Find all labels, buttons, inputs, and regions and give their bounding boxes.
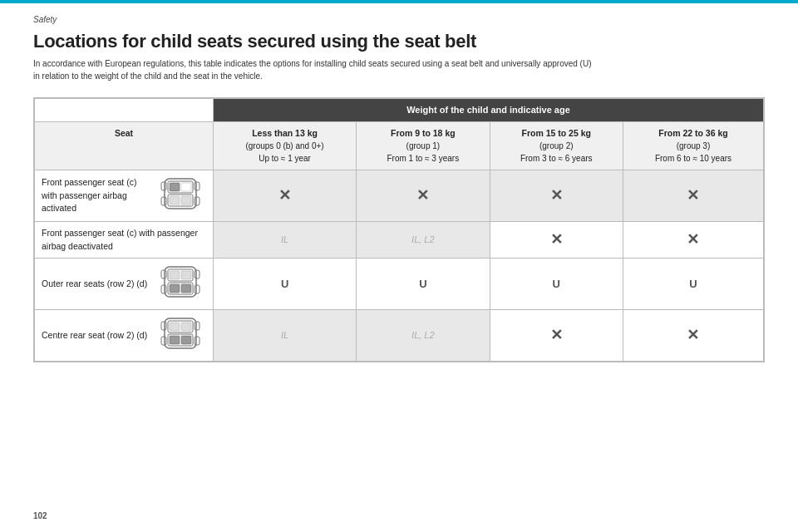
svg-rect-32 — [181, 336, 191, 344]
svg-rect-10 — [181, 196, 191, 204]
svg-rect-16 — [161, 285, 166, 293]
col2-header: From 9 to 18 kg (group 1) From 1 to ≈ 3 … — [357, 122, 490, 170]
table-row: Front passenger seat (c) with passenger … — [35, 221, 764, 259]
data-cell-col2: IL, L2 — [357, 221, 490, 259]
seat-cell: Front passenger seat (c) with passenger … — [35, 221, 214, 259]
rear-seat-icon — [156, 315, 206, 356]
il-symbol: IL — [281, 330, 288, 340]
x-symbol: ✕ — [550, 231, 563, 248]
x-symbol: ✕ — [416, 187, 429, 204]
svg-rect-8 — [181, 183, 191, 191]
data-cell-col3: ✕ — [490, 170, 623, 222]
x-symbol: ✕ — [687, 231, 699, 248]
data-cell-col1: ✕ — [214, 170, 357, 222]
col3-header: From 15 to 25 kg (group 2) From 3 to ≈ 6… — [490, 122, 623, 170]
main-table-wrapper: Weight of the child and indicative age S… — [33, 97, 765, 362]
data-cell-col1: U — [214, 259, 357, 310]
u-symbol: U — [419, 278, 426, 290]
front-seat-icon — [156, 175, 206, 216]
seat-col-header: Seat — [35, 122, 214, 170]
u-symbol: U — [281, 278, 288, 290]
col4-header: From 22 to 36 kg (group 3) From 6 to ≈ 1… — [623, 122, 763, 170]
data-cell-col3: ✕ — [490, 221, 623, 259]
svg-rect-7 — [170, 183, 180, 191]
data-cell-col3: U — [490, 259, 623, 310]
table-row: Outer rear seats (row 2) (d) UUUU — [35, 259, 764, 310]
il-symbol: IL — [281, 234, 288, 244]
seat-name: Front passenger seat (c) with passenger … — [42, 227, 206, 254]
section-label: Safety — [33, 15, 765, 24]
il-symbol: IL, L2 — [411, 234, 435, 244]
x-symbol: ✕ — [550, 187, 563, 204]
svg-rect-20 — [170, 284, 180, 293]
data-cell-col4: U — [623, 259, 763, 310]
table-row: Front passenger seat (c) with passenger … — [35, 170, 764, 222]
table-row: Centre rear seat (row 2) (d) ILIL, L2✕✕ — [35, 310, 764, 362]
data-cell-col4: ✕ — [623, 310, 763, 362]
data-cell-col4: ✕ — [623, 170, 763, 222]
svg-rect-27 — [161, 337, 166, 345]
il-symbol: IL, L2 — [411, 330, 435, 340]
seat-cell: Centre rear seat (row 2) (d) — [35, 310, 214, 362]
svg-rect-11 — [165, 267, 196, 297]
svg-rect-3 — [161, 182, 166, 190]
svg-rect-21 — [181, 284, 191, 293]
data-cell-col2: IL, L2 — [357, 310, 490, 362]
page-subtitle: In accordance with European regulations,… — [33, 57, 765, 82]
seat-cell: Outer rear seats (row 2) (d) — [35, 259, 214, 310]
seat-col-header-blank — [35, 99, 214, 122]
seat-cell: Front passenger seat (c) with passenger … — [35, 170, 214, 222]
x-symbol: ✕ — [278, 187, 291, 204]
svg-rect-0 — [165, 179, 196, 209]
svg-rect-30 — [181, 323, 191, 331]
rear-seat-icon — [156, 264, 206, 304]
data-cell-col2: ✕ — [357, 170, 490, 222]
svg-rect-5 — [161, 197, 166, 205]
child-seats-table: Weight of the child and indicative age S… — [34, 98, 764, 362]
x-symbol: ✕ — [687, 327, 699, 343]
data-cell-col1: IL — [214, 310, 357, 362]
u-symbol: U — [689, 278, 697, 290]
svg-rect-17 — [195, 285, 200, 293]
svg-rect-22 — [165, 318, 196, 348]
svg-rect-18 — [170, 271, 180, 279]
svg-rect-19 — [181, 271, 191, 279]
svg-rect-28 — [195, 337, 200, 345]
svg-rect-9 — [170, 196, 180, 204]
weight-header: Weight of the child and indicative age — [214, 99, 764, 122]
seat-name: Centre rear seat (row 2) (d) — [42, 329, 156, 342]
u-symbol: U — [553, 278, 560, 290]
x-symbol: ✕ — [550, 327, 563, 343]
svg-rect-26 — [195, 322, 200, 330]
page-number: 102 — [33, 511, 47, 520]
svg-rect-6 — [195, 197, 200, 205]
svg-rect-25 — [161, 322, 166, 330]
seat-name: Outer rear seats (row 2) (d) — [42, 278, 156, 291]
top-bar — [0, 0, 798, 3]
data-cell-col4: ✕ — [623, 221, 763, 259]
page-title: Locations for child seats secured using … — [33, 31, 765, 52]
seat-name: Front passenger seat (c) with passenger … — [42, 176, 156, 215]
data-cell-col2: U — [357, 259, 490, 310]
svg-rect-14 — [161, 270, 166, 278]
svg-rect-31 — [170, 336, 180, 344]
x-symbol: ✕ — [687, 187, 699, 204]
svg-rect-29 — [170, 323, 180, 331]
svg-rect-15 — [195, 270, 200, 278]
data-cell-col1: IL — [214, 221, 357, 259]
data-cell-col3: ✕ — [490, 310, 623, 362]
col1-header: Less than 13 kg (groups 0 (b) and 0+) Up… — [214, 122, 357, 170]
svg-rect-4 — [195, 182, 200, 190]
